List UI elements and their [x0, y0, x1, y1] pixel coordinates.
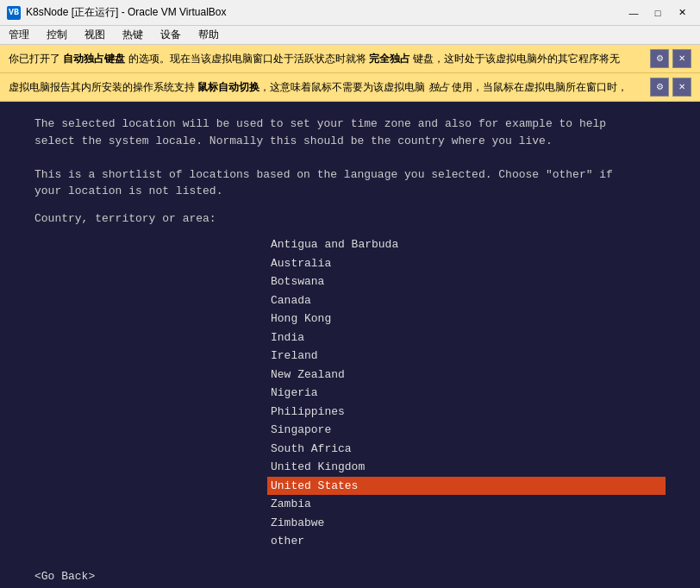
menu-control[interactable]: 控制: [38, 26, 76, 44]
country-item[interactable]: Antigua and Barbuda: [267, 235, 666, 254]
notif1-mid: 的选项。现在当该虚拟电脑窗口处于活跃状态时就将: [125, 53, 369, 65]
installer-screen: The selected location will be used to se…: [0, 102, 700, 588]
country-list[interactable]: Antigua and BarbudaAustraliaBotswanaCana…: [267, 235, 666, 551]
country-item[interactable]: Canada: [267, 291, 666, 310]
title-bar-left: VB K8sNode [正在运行] - Oracle VM VirtualBox: [7, 5, 227, 20]
menu-view[interactable]: 视图: [76, 26, 114, 44]
country-item[interactable]: Australia: [267, 254, 666, 273]
country-item[interactable]: Botswana: [267, 272, 666, 291]
country-item[interactable]: India: [267, 328, 666, 347]
menu-bar: 管理 控制 视图 热键 设备 帮助: [0, 26, 700, 45]
notif2-bold1: 鼠标自动切换: [197, 81, 259, 93]
notif2-icons[interactable]: ⚙ ✕: [650, 78, 691, 97]
notif1-bold2: 完全独占: [369, 53, 410, 65]
go-back-button[interactable]: <Go Back>: [34, 568, 666, 585]
country-item[interactable]: other: [267, 532, 666, 551]
notif1-bold1: 自动独占键盘: [63, 53, 125, 65]
notification-text-2: 虚拟电脑报告其内所安装的操作系统支持 鼠标自动切换，这意味着鼠标不需要为该虚拟电…: [9, 80, 650, 95]
menu-devices[interactable]: 设备: [152, 26, 190, 44]
notif1-pre-bold1: 你已打开了: [9, 53, 63, 65]
country-item[interactable]: New Zealand: [267, 366, 666, 385]
country-item[interactable]: United Kingdom: [267, 458, 666, 477]
installer-description: The selected location will be used to se…: [34, 116, 666, 200]
country-item[interactable]: United States: [267, 477, 666, 496]
notif1-end: 键盘，这时处于该虚拟电脑外的其它程序将无: [410, 53, 620, 65]
country-item[interactable]: Singapore: [267, 421, 666, 440]
notif2-pre-bold1: 虚拟电脑报告其内所安装的操作系统支持: [9, 81, 197, 93]
country-item[interactable]: Nigeria: [267, 384, 666, 403]
country-item[interactable]: Philippines: [267, 403, 666, 422]
notification-bar-1: 你已打开了 自动独占键盘 的选项。现在当该虚拟电脑窗口处于活跃状态时就将 完全独…: [0, 45, 700, 73]
desc-line4: This is a shortlist of locations based o…: [34, 166, 666, 184]
window-controls[interactable]: — □ ✕: [622, 4, 693, 22]
desc-line3: [34, 149, 666, 166]
menu-hotkey[interactable]: 热键: [114, 26, 152, 44]
notif2-mid: ，这意味着鼠标不需要为该虚拟电脑 独占 使用，当鼠标在虚拟电脑所在窗口时，: [259, 81, 628, 93]
notification-text-1: 你已打开了 自动独占键盘 的选项。现在当该虚拟电脑窗口处于活跃状态时就将 完全独…: [9, 52, 650, 66]
notif2-settings-icon[interactable]: ⚙: [650, 78, 669, 97]
notif2-close-icon[interactable]: ✕: [672, 78, 691, 97]
desc-line5: your location is not listed.: [34, 183, 666, 200]
menu-help[interactable]: 帮助: [190, 26, 228, 44]
country-item[interactable]: South Africa: [267, 440, 666, 459]
country-item[interactable]: Zimbabwe: [267, 514, 666, 533]
app-icon: VB: [7, 6, 21, 20]
notif1-icons[interactable]: ⚙ ✕: [650, 49, 691, 68]
country-label: Country, territory or area:: [34, 210, 666, 228]
desc-line2: select the system locale. Normally this …: [34, 133, 666, 150]
notif1-close-icon[interactable]: ✕: [672, 49, 691, 68]
window-title: K8sNode [正在运行] - Oracle VM VirtualBox: [26, 5, 227, 20]
desc-line1: The selected location will be used to se…: [34, 116, 666, 133]
country-item[interactable]: Hong Kong: [267, 310, 666, 328]
notification-bar-2: 虚拟电脑报告其内所安装的操作系统支持 鼠标自动切换，这意味着鼠标不需要为该虚拟电…: [0, 73, 700, 102]
country-item[interactable]: Zambia: [267, 495, 666, 514]
title-bar: VB K8sNode [正在运行] - Oracle VM VirtualBox…: [0, 0, 700, 26]
maximize-button[interactable]: □: [647, 4, 669, 22]
country-item[interactable]: Ireland: [267, 347, 666, 366]
close-button[interactable]: ✕: [671, 4, 693, 22]
minimize-button[interactable]: —: [622, 4, 645, 22]
notif1-settings-icon[interactable]: ⚙: [650, 49, 669, 68]
menu-manage[interactable]: 管理: [0, 26, 38, 44]
